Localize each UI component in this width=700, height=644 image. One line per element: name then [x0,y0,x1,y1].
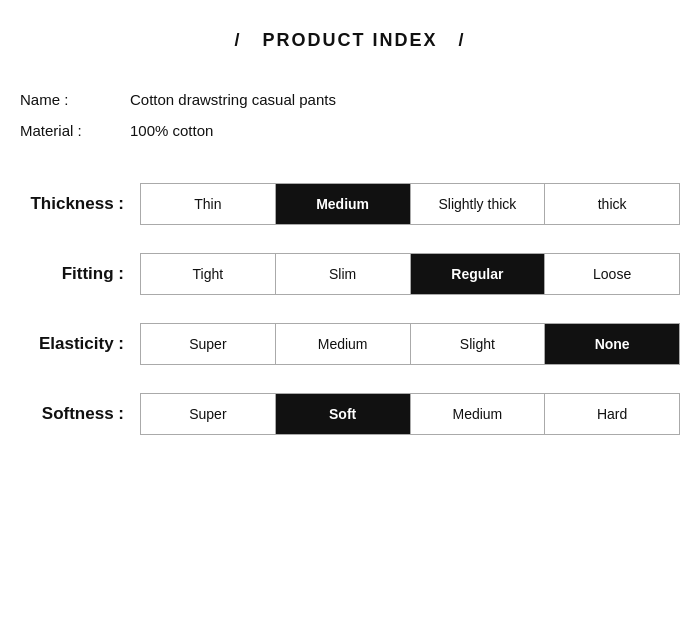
thickness-option-medium[interactable]: Medium [276,184,411,224]
fitting-options: TightSlimRegularLoose [140,253,680,295]
section-elasticity: Elasticity :SuperMediumSlightNone [20,323,680,365]
elasticity-option-super[interactable]: Super [141,324,276,364]
page-title: / PRODUCT INDEX / [234,30,465,51]
fitting-label: Fitting : [20,264,140,284]
name-label: Name : [20,91,130,108]
softness-option-medium[interactable]: Medium [411,394,546,434]
material-value: 100% cotton [130,122,213,139]
softness-label: Softness : [20,404,140,424]
name-row: Name : Cotton drawstring casual pants [20,91,680,108]
elasticity-option-medium[interactable]: Medium [276,324,411,364]
thickness-option-thin[interactable]: Thin [141,184,276,224]
fitting-option-regular[interactable]: Regular [411,254,546,294]
section-softness: Softness :SuperSoftMediumHard [20,393,680,435]
material-label: Material : [20,122,130,139]
elasticity-option-none[interactable]: None [545,324,679,364]
elasticity-option-slight[interactable]: Slight [411,324,546,364]
fitting-option-slim[interactable]: Slim [276,254,411,294]
material-row: Material : 100% cotton [20,122,680,139]
fitting-option-loose[interactable]: Loose [545,254,679,294]
softness-option-hard[interactable]: Hard [545,394,679,434]
fitting-option-tight[interactable]: Tight [141,254,276,294]
title-suffix: / [459,30,466,50]
thickness-label: Thickness : [20,194,140,214]
title-main: PRODUCT INDEX [262,30,437,50]
section-fitting: Fitting :TightSlimRegularLoose [20,253,680,295]
thickness-option-slightly-thick[interactable]: Slightly thick [411,184,546,224]
elasticity-label: Elasticity : [20,334,140,354]
section-thickness: Thickness :ThinMediumSlightly thickthick [20,183,680,225]
softness-option-soft[interactable]: Soft [276,394,411,434]
softness-options: SuperSoftMediumHard [140,393,680,435]
softness-option-super[interactable]: Super [141,394,276,434]
name-value: Cotton drawstring casual pants [130,91,336,108]
elasticity-options: SuperMediumSlightNone [140,323,680,365]
product-info: Name : Cotton drawstring casual pants Ma… [20,91,680,153]
thickness-option-thick[interactable]: thick [545,184,679,224]
thickness-options: ThinMediumSlightly thickthick [140,183,680,225]
title-prefix: / [234,30,241,50]
